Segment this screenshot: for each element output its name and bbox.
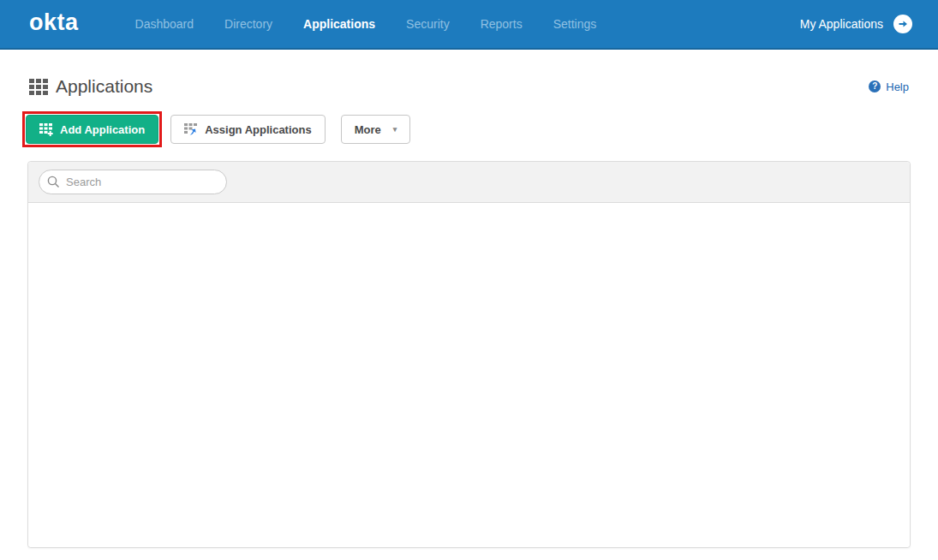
applications-panel xyxy=(27,161,911,548)
applications-list-empty xyxy=(28,203,910,547)
top-navbar: okta Dashboard Directory Applications Se… xyxy=(0,0,938,50)
nav-item-dashboard[interactable]: Dashboard xyxy=(135,17,194,31)
nav-item-reports[interactable]: Reports xyxy=(481,17,523,31)
assign-applications-button[interactable]: Assign Applications xyxy=(170,115,325,144)
add-application-label: Add Application xyxy=(60,123,145,136)
main-nav: Dashboard Directory Applications Securit… xyxy=(135,17,800,31)
title-group: Applications xyxy=(29,76,152,97)
my-applications-link[interactable]: My Applications xyxy=(800,17,883,31)
page-header: Applications ? Help xyxy=(27,76,911,97)
navbar-right: My Applications xyxy=(800,15,912,33)
help-link[interactable]: ? Help xyxy=(869,80,909,93)
arrow-right-circle-icon[interactable] xyxy=(893,15,912,33)
assign-applications-label: Assign Applications xyxy=(205,123,311,136)
toolbar: Add Application Assign Applications More… xyxy=(27,111,911,147)
grid-arrow-icon xyxy=(184,122,198,136)
okta-logo[interactable]: okta xyxy=(29,11,79,38)
applications-grid-icon xyxy=(29,79,48,95)
search-wrap xyxy=(39,170,227,194)
search-input[interactable] xyxy=(39,170,227,194)
help-label: Help xyxy=(886,80,909,93)
annotation-highlight: Add Application xyxy=(22,111,162,147)
more-button[interactable]: More ▾ xyxy=(341,115,411,144)
nav-item-applications[interactable]: Applications xyxy=(303,17,375,31)
grid-plus-icon xyxy=(39,122,53,136)
nav-item-settings[interactable]: Settings xyxy=(553,17,597,31)
more-label: More xyxy=(355,123,381,136)
page-title: Applications xyxy=(56,76,152,97)
chevron-down-icon: ▾ xyxy=(393,125,397,134)
question-mark-icon: ? xyxy=(869,80,881,92)
add-application-button[interactable]: Add Application xyxy=(26,115,158,144)
nav-item-security[interactable]: Security xyxy=(406,17,450,31)
nav-item-directory[interactable]: Directory xyxy=(224,17,272,31)
page-content: Applications ? Help xyxy=(0,76,938,548)
panel-search-bar xyxy=(28,162,910,203)
